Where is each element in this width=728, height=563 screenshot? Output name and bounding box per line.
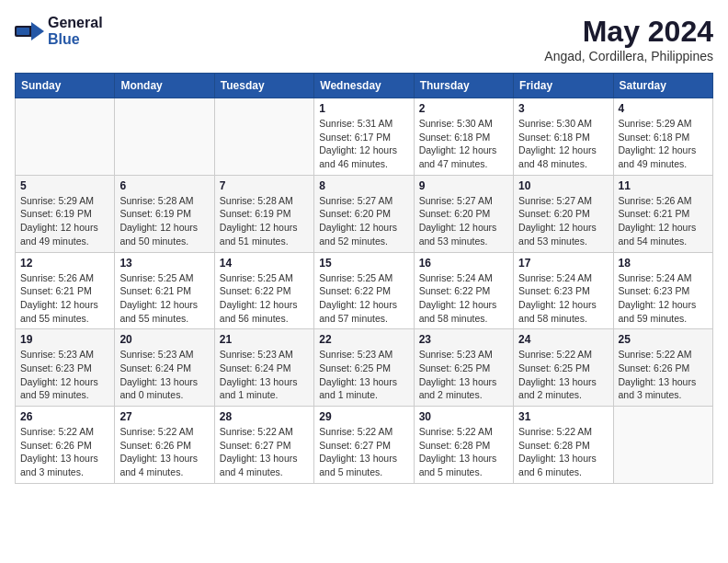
- calendar-cell: 30Sunrise: 5:22 AM Sunset: 6:28 PM Dayli…: [414, 407, 513, 484]
- day-number: 18: [619, 257, 708, 270]
- calendar-cell: [16, 98, 115, 176]
- calendar-subtitle: Angad, Cordillera, Philippines: [544, 49, 713, 63]
- week-row-2: 12Sunrise: 5:26 AM Sunset: 6:21 PM Dayli…: [16, 252, 713, 329]
- calendar-cell: 24Sunrise: 5:22 AM Sunset: 6:25 PM Dayli…: [514, 329, 613, 407]
- calendar-cell: [115, 98, 214, 176]
- week-row-4: 26Sunrise: 5:22 AM Sunset: 6:26 PM Dayli…: [16, 407, 713, 484]
- week-row-3: 19Sunrise: 5:23 AM Sunset: 6:23 PM Dayli…: [16, 329, 713, 407]
- day-info: Sunrise: 5:24 AM Sunset: 6:23 PM Dayligh…: [619, 271, 708, 326]
- title-area: May 2024 Angad, Cordillera, Philippines: [544, 15, 713, 63]
- day-info: Sunrise: 5:31 AM Sunset: 6:17 PM Dayligh…: [319, 117, 408, 171]
- day-info: Sunrise: 5:22 AM Sunset: 6:25 PM Dayligh…: [518, 348, 608, 402]
- day-number: 2: [419, 102, 508, 115]
- header-sunday: Sunday: [16, 74, 115, 98]
- day-info: Sunrise: 5:25 AM Sunset: 6:22 PM Dayligh…: [220, 271, 309, 326]
- calendar-cell: 1Sunrise: 5:31 AM Sunset: 6:17 PM Daylig…: [314, 98, 414, 176]
- day-info: Sunrise: 5:26 AM Sunset: 6:21 PM Dayligh…: [619, 194, 708, 248]
- calendar-cell: 14Sunrise: 5:25 AM Sunset: 6:22 PM Dayli…: [214, 252, 313, 329]
- day-number: 11: [619, 179, 708, 192]
- day-number: 22: [319, 333, 408, 346]
- day-number: 27: [119, 410, 209, 423]
- day-number: 29: [319, 410, 408, 423]
- day-number: 17: [518, 257, 608, 270]
- header-friday: Friday: [514, 74, 613, 98]
- calendar-cell: 31Sunrise: 5:22 AM Sunset: 6:28 PM Dayli…: [514, 407, 613, 484]
- header-tuesday: Tuesday: [214, 74, 313, 98]
- day-info: Sunrise: 5:22 AM Sunset: 6:27 PM Dayligh…: [220, 425, 309, 479]
- day-number: 3: [518, 102, 608, 115]
- day-info: Sunrise: 5:26 AM Sunset: 6:21 PM Dayligh…: [20, 271, 109, 326]
- week-row-1: 5Sunrise: 5:29 AM Sunset: 6:19 PM Daylig…: [16, 175, 713, 252]
- day-number: 13: [119, 257, 209, 270]
- day-info: Sunrise: 5:22 AM Sunset: 6:28 PM Dayligh…: [518, 425, 608, 479]
- day-info: Sunrise: 5:29 AM Sunset: 6:19 PM Dayligh…: [20, 194, 109, 248]
- logo-blue: Blue: [48, 31, 80, 47]
- day-number: 30: [419, 410, 508, 423]
- calendar-body: 1Sunrise: 5:31 AM Sunset: 6:17 PM Daylig…: [16, 98, 713, 484]
- day-info: Sunrise: 5:22 AM Sunset: 6:26 PM Dayligh…: [619, 348, 708, 402]
- day-info: Sunrise: 5:23 AM Sunset: 6:24 PM Dayligh…: [119, 348, 209, 402]
- day-number: 5: [20, 179, 109, 192]
- logo: General Blue: [15, 15, 103, 48]
- calendar-cell: 21Sunrise: 5:23 AM Sunset: 6:24 PM Dayli…: [214, 329, 313, 407]
- calendar-cell: 12Sunrise: 5:26 AM Sunset: 6:21 PM Dayli…: [16, 252, 115, 329]
- day-number: 10: [518, 179, 608, 192]
- calendar-cell: 20Sunrise: 5:23 AM Sunset: 6:24 PM Dayli…: [115, 329, 214, 407]
- day-number: 16: [419, 257, 508, 270]
- day-info: Sunrise: 5:25 AM Sunset: 6:21 PM Dayligh…: [119, 271, 209, 326]
- calendar-cell: 13Sunrise: 5:25 AM Sunset: 6:21 PM Dayli…: [115, 252, 214, 329]
- day-number: 19: [20, 333, 109, 346]
- day-number: 26: [20, 410, 109, 423]
- header: General Blue May 2024 Angad, Cordillera,…: [15, 15, 713, 63]
- logo-general: General: [48, 15, 103, 30]
- calendar-cell: 26Sunrise: 5:22 AM Sunset: 6:26 PM Dayli…: [16, 407, 115, 484]
- day-number: 9: [419, 179, 508, 192]
- day-info: Sunrise: 5:27 AM Sunset: 6:20 PM Dayligh…: [319, 194, 408, 248]
- day-info: Sunrise: 5:22 AM Sunset: 6:27 PM Dayligh…: [319, 425, 408, 479]
- day-number: 24: [518, 333, 608, 346]
- day-number: 15: [319, 257, 408, 270]
- calendar-cell: 7Sunrise: 5:28 AM Sunset: 6:19 PM Daylig…: [214, 175, 313, 252]
- calendar-cell: 15Sunrise: 5:25 AM Sunset: 6:22 PM Dayli…: [314, 252, 414, 329]
- header-wednesday: Wednesday: [314, 74, 414, 98]
- day-info: Sunrise: 5:30 AM Sunset: 6:18 PM Dayligh…: [518, 117, 608, 171]
- day-number: 20: [119, 333, 209, 346]
- logo-icon: [15, 18, 44, 44]
- day-info: Sunrise: 5:25 AM Sunset: 6:22 PM Dayligh…: [319, 271, 408, 326]
- header-monday: Monday: [115, 74, 214, 98]
- calendar-cell: 22Sunrise: 5:23 AM Sunset: 6:25 PM Dayli…: [314, 329, 414, 407]
- calendar-cell: 23Sunrise: 5:23 AM Sunset: 6:25 PM Dayli…: [414, 329, 513, 407]
- calendar-cell: 10Sunrise: 5:27 AM Sunset: 6:20 PM Dayli…: [514, 175, 613, 252]
- calendar-cell: 25Sunrise: 5:22 AM Sunset: 6:26 PM Dayli…: [613, 329, 712, 407]
- day-number: 14: [220, 257, 309, 270]
- day-number: 25: [619, 333, 708, 346]
- day-info: Sunrise: 5:23 AM Sunset: 6:25 PM Dayligh…: [419, 348, 508, 402]
- calendar-cell: 17Sunrise: 5:24 AM Sunset: 6:23 PM Dayli…: [514, 252, 613, 329]
- calendar-cell: 4Sunrise: 5:29 AM Sunset: 6:18 PM Daylig…: [613, 98, 712, 176]
- day-number: 4: [619, 102, 708, 115]
- day-info: Sunrise: 5:23 AM Sunset: 6:23 PM Dayligh…: [20, 348, 109, 402]
- day-info: Sunrise: 5:27 AM Sunset: 6:20 PM Dayligh…: [419, 194, 508, 248]
- calendar-cell: 6Sunrise: 5:28 AM Sunset: 6:19 PM Daylig…: [115, 175, 214, 252]
- calendar-cell: 5Sunrise: 5:29 AM Sunset: 6:19 PM Daylig…: [16, 175, 115, 252]
- day-info: Sunrise: 5:23 AM Sunset: 6:24 PM Dayligh…: [220, 348, 309, 402]
- day-number: 28: [220, 410, 309, 423]
- day-number: 7: [220, 179, 309, 192]
- day-info: Sunrise: 5:24 AM Sunset: 6:22 PM Dayligh…: [419, 271, 508, 326]
- day-number: 31: [518, 410, 608, 423]
- calendar-cell: 11Sunrise: 5:26 AM Sunset: 6:21 PM Dayli…: [613, 175, 712, 252]
- day-info: Sunrise: 5:28 AM Sunset: 6:19 PM Dayligh…: [220, 194, 309, 248]
- day-info: Sunrise: 5:28 AM Sunset: 6:19 PM Dayligh…: [119, 194, 209, 248]
- day-info: Sunrise: 5:23 AM Sunset: 6:25 PM Dayligh…: [319, 348, 408, 402]
- day-info: Sunrise: 5:22 AM Sunset: 6:26 PM Dayligh…: [119, 425, 209, 479]
- calendar-cell: 19Sunrise: 5:23 AM Sunset: 6:23 PM Dayli…: [16, 329, 115, 407]
- calendar-cell: 3Sunrise: 5:30 AM Sunset: 6:18 PM Daylig…: [514, 98, 613, 176]
- calendar-cell: 16Sunrise: 5:24 AM Sunset: 6:22 PM Dayli…: [414, 252, 513, 329]
- svg-marker-1: [31, 22, 44, 40]
- header-thursday: Thursday: [414, 74, 513, 98]
- calendar-cell: [214, 98, 313, 176]
- day-info: Sunrise: 5:22 AM Sunset: 6:28 PM Dayligh…: [419, 425, 508, 479]
- calendar-cell: 2Sunrise: 5:30 AM Sunset: 6:18 PM Daylig…: [414, 98, 513, 176]
- day-info: Sunrise: 5:27 AM Sunset: 6:20 PM Dayligh…: [518, 194, 608, 248]
- svg-rect-2: [17, 28, 29, 35]
